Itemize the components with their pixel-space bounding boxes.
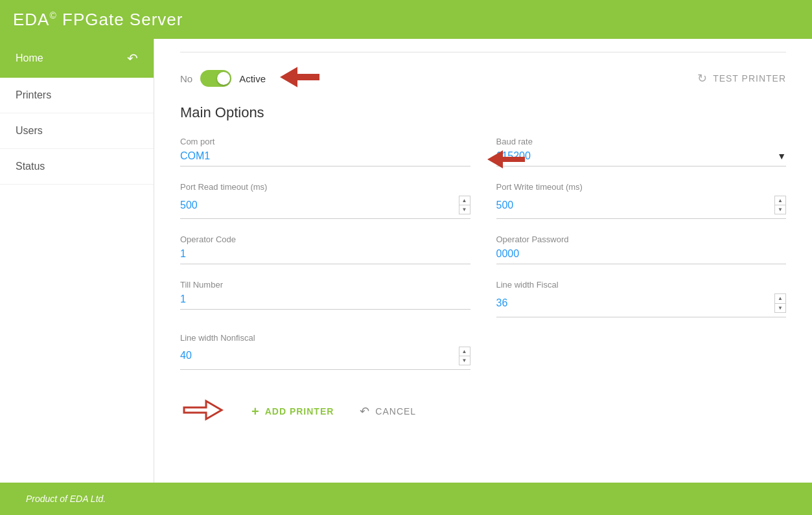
till-number-label: Till Number bbox=[180, 280, 470, 290]
port-write-spinner[interactable]: ▲ ▼ bbox=[774, 196, 786, 214]
test-printer-button[interactable]: ↻ TEST PRINTER bbox=[697, 71, 786, 86]
operator-password-value[interactable]: 0000 bbox=[496, 248, 520, 260]
operator-code-field: Operator Code 1 bbox=[180, 235, 470, 264]
till-number-value-row: 1 bbox=[180, 293, 470, 310]
com-port-value[interactable]: COM1 bbox=[180, 150, 210, 162]
action-row: + ADD PRINTER ↶ CANCEL bbox=[180, 398, 786, 424]
sidebar: Home ↶ Printers Users Status bbox=[0, 39, 154, 483]
port-read-label: Port Read timeout (ms) bbox=[180, 182, 470, 192]
line-width-nonfiscal-label: Line width Nonfiscal bbox=[180, 333, 470, 343]
operator-code-label: Operator Code bbox=[180, 235, 470, 244]
app-title: EDA© FPGate Server bbox=[13, 10, 183, 30]
port-read-field: Port Read timeout (ms) 500 ▲ ▼ bbox=[180, 182, 470, 219]
line-width-fiscal-value[interactable]: 36 bbox=[496, 297, 508, 309]
line-width-fiscal-label: Line width Fiscal bbox=[496, 280, 787, 290]
add-printer-button[interactable]: + ADD PRINTER bbox=[251, 404, 334, 419]
port-write-value-row: 500 ▲ ▼ bbox=[496, 196, 787, 219]
svg-marker-2 bbox=[487, 150, 525, 168]
svg-marker-0 bbox=[281, 68, 319, 86]
bottom-bar: Product of EDA Ltd. bbox=[0, 483, 812, 515]
main-layout: Home ↶ Printers Users Status No Active bbox=[0, 39, 812, 483]
footer-text: Product of EDA Ltd. bbox=[26, 494, 106, 504]
arrow-add-indicator bbox=[180, 398, 226, 424]
empty-cell bbox=[496, 333, 787, 385]
top-bar: EDA© FPGate Server bbox=[0, 0, 812, 39]
line-width-nonfiscal-spinner[interactable]: ▲ ▼ bbox=[459, 347, 470, 365]
form-grid: Com port COM1 Baud rate 115200 ▼ bbox=[180, 137, 786, 385]
arrow-active-indicator bbox=[277, 65, 323, 91]
port-read-value-row: 500 ▲ ▼ bbox=[180, 196, 470, 219]
sidebar-item-home[interactable]: Home ↶ bbox=[0, 39, 154, 78]
line-width-nonfiscal-value[interactable]: 40 bbox=[180, 350, 192, 361]
baud-rate-field: Baud rate 115200 ▼ bbox=[496, 137, 787, 166]
operator-password-value-row: 0000 bbox=[496, 248, 787, 264]
add-plus-icon: + bbox=[251, 404, 260, 419]
sidebar-item-users[interactable]: Users bbox=[0, 113, 154, 149]
port-write-field: Port Write timeout (ms) 500 ▲ ▼ bbox=[496, 182, 787, 219]
line-width-fiscal-spinner[interactable]: ▲ ▼ bbox=[774, 293, 786, 312]
line-width-nonfiscal-value-row: 40 ▲ ▼ bbox=[180, 347, 470, 370]
com-port-value-row: COM1 bbox=[180, 150, 470, 166]
baud-rate-label: Baud rate bbox=[496, 137, 787, 146]
port-write-value[interactable]: 500 bbox=[496, 200, 514, 211]
active-toggle[interactable] bbox=[200, 70, 231, 87]
cancel-button[interactable]: ↶ CANCEL bbox=[360, 404, 416, 418]
line-width-fiscal-value-row: 36 ▲ ▼ bbox=[496, 293, 787, 317]
operator-code-value-row: 1 bbox=[180, 248, 470, 264]
port-read-value[interactable]: 500 bbox=[180, 200, 198, 211]
toggle-active-label: Active bbox=[239, 73, 266, 84]
sidebar-item-printers[interactable]: Printers bbox=[0, 78, 154, 113]
port-read-spinner[interactable]: ▲ ▼ bbox=[459, 196, 470, 214]
arrow-com-port-indicator bbox=[483, 148, 529, 174]
home-label: Home bbox=[16, 52, 43, 64]
till-number-value[interactable]: 1 bbox=[180, 293, 186, 305]
sidebar-item-status[interactable]: Status bbox=[0, 149, 154, 185]
toggle-row: No Active ↻ TEST PRINTER bbox=[180, 65, 786, 91]
refresh-icon: ↻ bbox=[697, 71, 708, 86]
back-icon: ↶ bbox=[127, 51, 138, 66]
line-width-fiscal-field: Line width Fiscal 36 ▲ ▼ bbox=[496, 280, 787, 317]
line-width-nonfiscal-field: Line width Nonfiscal 40 ▲ ▼ bbox=[180, 333, 470, 370]
top-divider bbox=[180, 52, 786, 52]
till-number-field: Till Number 1 bbox=[180, 280, 470, 317]
operator-password-field: Operator Password 0000 bbox=[496, 235, 787, 264]
content-area: No Active ↻ TEST PRINTER Main Options bbox=[154, 39, 812, 483]
baud-rate-value-row: 115200 ▼ bbox=[496, 150, 787, 166]
com-port-label: Com port bbox=[180, 137, 470, 146]
toggle-no-label: No bbox=[180, 73, 192, 84]
port-write-label: Port Write timeout (ms) bbox=[496, 182, 787, 192]
svg-marker-3 bbox=[184, 401, 222, 419]
cancel-icon: ↶ bbox=[360, 404, 370, 418]
com-port-field: Com port COM1 bbox=[180, 137, 470, 166]
main-options-title: Main Options bbox=[180, 104, 786, 121]
operator-code-value[interactable]: 1 bbox=[180, 248, 186, 260]
baud-rate-dropdown-icon[interactable]: ▼ bbox=[777, 151, 786, 161]
operator-password-label: Operator Password bbox=[496, 235, 787, 244]
